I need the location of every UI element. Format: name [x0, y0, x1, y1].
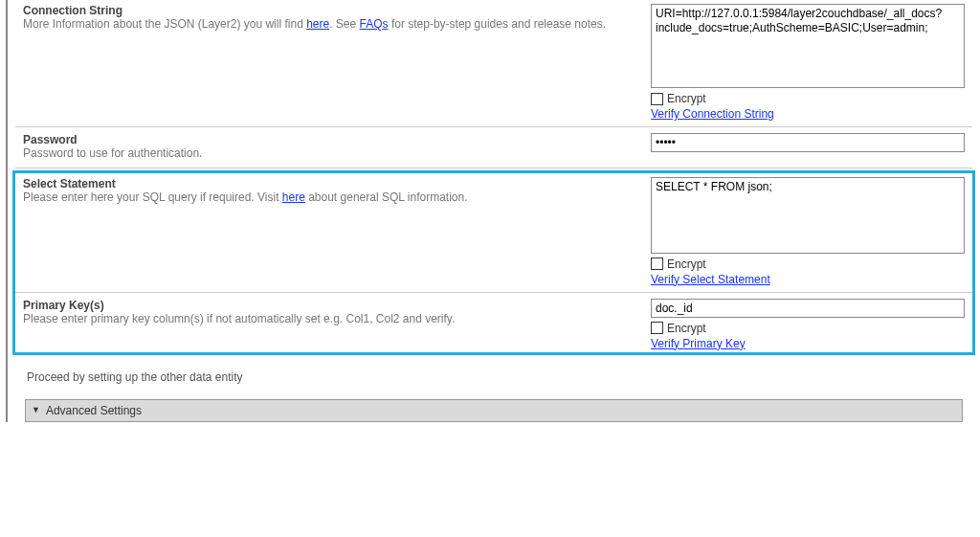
primary-key-desc: Please enter primary key column(s) if no…	[23, 312, 624, 327]
password-title: Password	[23, 133, 624, 146]
separator	[15, 126, 972, 127]
connection-string-encrypt-checkbox[interactable]	[651, 93, 663, 105]
verify-connection-string-link[interactable]: Verify Connection String	[651, 107, 965, 121]
select-statement-desc: Please enter here your SQL query if requ…	[23, 190, 624, 206]
password-input[interactable]	[651, 133, 965, 152]
connection-string-here-link[interactable]: here	[306, 17, 329, 31]
connection-string-desc: More Information about the JSON (Layer2)…	[23, 17, 624, 33]
separator	[15, 168, 972, 168]
connection-string-row: Connection String More Information about…	[15, 0, 972, 124]
advanced-settings-label: Advanced Settings	[46, 404, 142, 417]
verify-primary-key-link[interactable]: Verify Primary Key	[651, 337, 965, 350]
connection-string-faqs-link[interactable]: FAQs	[360, 17, 389, 31]
select-statement-encrypt-label: Encrypt	[667, 257, 706, 271]
select-statement-row: Select Statement Please enter here your …	[15, 173, 972, 290]
highlight-box: Select Statement Please enter here your …	[12, 170, 975, 355]
primary-key-row: Primary Key(s) Please enter primary key …	[15, 295, 972, 352]
password-row: Password Password to use for authenticat…	[15, 129, 972, 166]
connection-string-encrypt-label: Encrypt	[667, 92, 706, 105]
primary-key-encrypt-label: Encrypt	[667, 322, 706, 335]
primary-key-title: Primary Key(s)	[23, 299, 624, 312]
select-statement-input[interactable]	[651, 177, 965, 254]
connection-string-input[interactable]	[651, 4, 965, 88]
separator	[15, 292, 972, 293]
connection-string-title: Connection String	[23, 4, 624, 17]
advanced-settings-toggle[interactable]: ▼ Advanced Settings	[25, 399, 963, 422]
chevron-down-icon: ▼	[32, 406, 40, 414]
password-desc: Password to use for authentication.	[23, 146, 624, 162]
select-statement-title: Select Statement	[23, 177, 624, 190]
proceed-text: Proceed by setting up the other data ent…	[15, 355, 972, 393]
verify-select-statement-link[interactable]: Verify Select Statement	[651, 273, 965, 286]
select-statement-here-link[interactable]: here	[282, 190, 305, 204]
select-statement-encrypt-checkbox[interactable]	[651, 257, 663, 270]
primary-key-input[interactable]	[651, 299, 965, 318]
primary-key-encrypt-checkbox[interactable]	[651, 322, 663, 334]
